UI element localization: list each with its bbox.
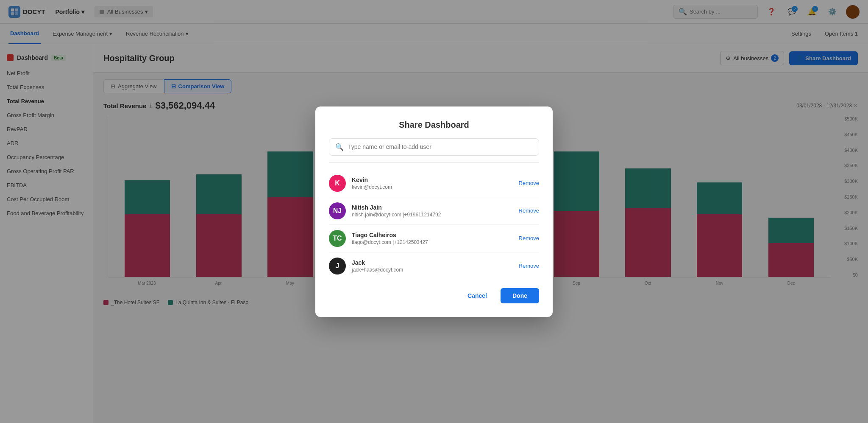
user-info-nitish: Nitish Jain nitish.jain@docyt.com |+9196…	[352, 204, 519, 218]
user-contact-nitish: nitish.jain@docyt.com |+919611214792	[352, 212, 519, 218]
user-row-kevin: K Kevin kevin@docyt.com Remove	[329, 170, 539, 197]
user-row-nitish: NJ Nitish Jain nitish.jain@docyt.com |+9…	[329, 197, 539, 225]
user-list: K Kevin kevin@docyt.com Remove NJ Nitish…	[329, 170, 539, 280]
remove-button-nitish[interactable]: Remove	[519, 207, 539, 214]
modal-search-bar[interactable]: 🔍	[329, 138, 539, 156]
user-contact-tiago: tiago@docyt.com |+12142503427	[352, 239, 519, 245]
user-row-jack: J Jack jack+haas@docyt.com Remove	[329, 252, 539, 280]
user-info-kevin: Kevin kevin@docyt.com	[352, 176, 519, 190]
user-contact-kevin: kevin@docyt.com	[352, 184, 519, 190]
user-row-tiago: TC Tiago Calheiros tiago@docyt.com |+121…	[329, 225, 539, 252]
done-button[interactable]: Done	[501, 288, 539, 303]
user-name-nitish: Nitish Jain	[352, 204, 519, 211]
modal-search-input[interactable]	[348, 143, 533, 150]
user-info-tiago: Tiago Calheiros tiago@docyt.com |+121425…	[352, 232, 519, 245]
user-info-jack: Jack jack+haas@docyt.com	[352, 259, 519, 273]
user-avatar-nitish: NJ	[329, 202, 346, 219]
modal-overlay[interactable]: Share Dashboard 🔍 K Kevin kevin@docyt.co…	[0, 0, 868, 423]
remove-button-tiago[interactable]: Remove	[519, 235, 539, 241]
remove-button-kevin[interactable]: Remove	[519, 180, 539, 186]
user-avatar-kevin: K	[329, 175, 346, 192]
remove-button-jack[interactable]: Remove	[519, 263, 539, 269]
user-name-tiago: Tiago Calheiros	[352, 232, 519, 238]
cancel-button[interactable]: Cancel	[459, 288, 495, 303]
user-contact-jack: jack+haas@docyt.com	[352, 267, 519, 273]
modal-search-icon: 🔍	[335, 143, 344, 151]
modal-footer: Cancel Done	[329, 288, 539, 303]
user-avatar-tiago: TC	[329, 230, 346, 247]
share-dashboard-modal: Share Dashboard 🔍 K Kevin kevin@docyt.co…	[315, 106, 553, 317]
user-name-kevin: Kevin	[352, 176, 519, 183]
user-avatar-jack: J	[329, 258, 346, 275]
user-name-jack: Jack	[352, 259, 519, 266]
modal-divider	[329, 162, 539, 163]
modal-title: Share Dashboard	[329, 120, 539, 130]
